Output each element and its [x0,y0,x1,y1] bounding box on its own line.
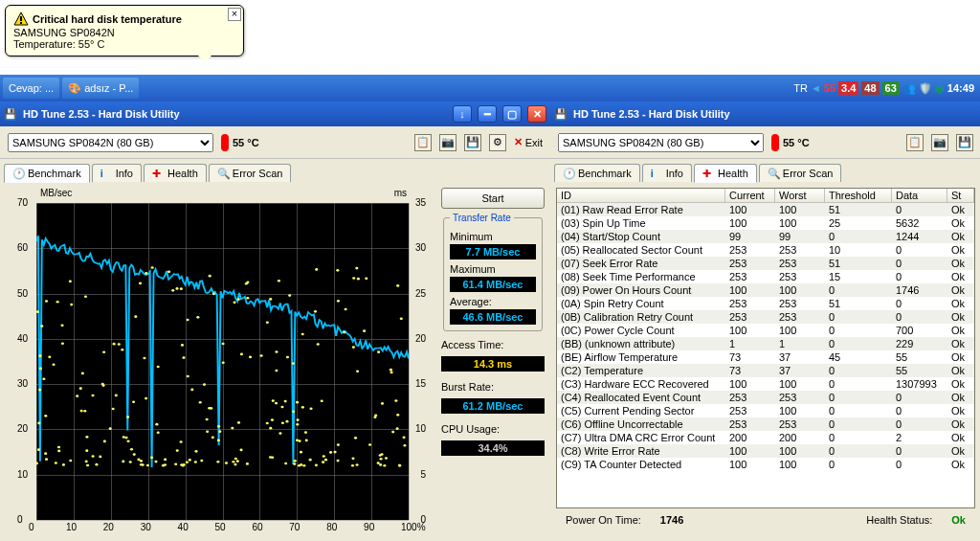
table-row[interactable]: (C5) Current Pending Sector25310000Ok [557,404,974,417]
table-row[interactable]: (BB) (unknown attribute)110229Ok [557,337,974,350]
svg-point-162 [380,458,383,461]
taskbar-item[interactable]: Cevap: ... [3,78,59,99]
svg-point-58 [189,459,191,462]
table-row[interactable]: (03) Spin Up Time100100255632Ok [557,216,974,230]
table-row[interactable]: (01) Raw Read Error Rate100100510Ok [557,203,974,216]
info-button-icon[interactable]: ↓ [453,105,472,123]
svg-point-217 [296,401,299,404]
table-row[interactable]: (C8) Write Error Rate10010000Ok [557,444,974,458]
svg-point-102 [109,427,112,430]
save-icon[interactable]: 💾 [464,134,481,151]
gauge-icon: 🕐 [12,168,24,179]
language-indicator[interactable]: TR [793,82,808,94]
drive-select[interactable]: SAMSUNG SP0842N (80 GB) [8,133,213,152]
exit-button[interactable]: ✕ Exit [514,136,543,148]
col-threshold[interactable]: Threshold [825,189,892,202]
table-row[interactable]: (0B) Calibration Retry Count25325300Ok [557,310,974,324]
screenshot-icon[interactable]: 📷 [439,134,457,151]
svg-point-205 [315,464,318,467]
svg-point-57 [301,333,304,336]
svg-point-149 [296,423,299,426]
col-id[interactable]: ID [557,189,725,202]
table-row[interactable]: (C9) TA Counter Detected10010000Ok [557,458,974,471]
tab-health[interactable]: ✚ Health [694,164,757,183]
tab-benchmark[interactable]: 🕐 Benchmark [554,164,640,182]
table-row[interactable]: (08) Seek Time Performance253253150Ok [557,270,974,283]
svg-point-15 [45,300,48,303]
svg-rect-1 [20,22,22,24]
magnifier-icon: 🔍 [217,168,229,179]
tab-error-scan[interactable]: 🔍 Error Scan [209,164,292,182]
save-icon[interactable]: 💾 [956,134,973,151]
minimize-icon[interactable]: ━ [478,105,497,123]
cpu-usage-label: CPU Usage: [441,423,545,435]
tab-info[interactable]: i Info [92,164,142,182]
svg-point-46 [37,448,40,451]
svg-point-91 [296,418,299,421]
svg-point-142 [83,410,86,413]
svg-point-137 [194,461,197,463]
health-table: ID Current Worst Threshold Data St (01) … [556,188,975,508]
tab-info[interactable]: i Info [642,164,692,182]
table-row[interactable]: (C2) Temperature7337055Ok [557,364,974,377]
copy-icon[interactable]: 📋 [906,134,924,151]
svg-point-12 [246,462,249,465]
temperature-display: 55 °C [221,134,259,151]
svg-point-74 [55,462,57,464]
taskbar-item[interactable]: 🎨 adsız - P... [62,78,139,99]
tab-health[interactable]: ✚ Health [144,164,207,182]
table-row[interactable]: (C6) Offline Uncorrectable25325300Ok [557,417,974,431]
svg-point-6 [122,461,124,463]
col-worst[interactable]: Worst [775,189,825,202]
start-button[interactable]: Start [441,188,545,209]
y-left-axis-title: MB/sec [40,188,72,198]
temperature-display: 55 °C [771,134,810,151]
svg-point-177 [118,343,121,346]
warning-icon [13,11,29,27]
svg-point-129 [126,416,129,418]
benchmark-chart: MB/sec ms 010203040506070051015202530350… [6,188,435,535]
svg-point-159 [70,304,73,306]
options-icon[interactable]: ⚙ [489,134,506,151]
tab-benchmark[interactable]: 🕐 Benchmark [4,164,90,183]
copy-icon[interactable]: 📋 [414,134,432,151]
cpu-usage-value: 34.4% [441,440,545,456]
col-current[interactable]: Current [725,189,775,202]
svg-point-61 [137,459,140,462]
table-row[interactable]: (C7) Ultra DMA CRC Error Count20020002Ok [557,431,974,444]
col-data[interactable]: Data [892,189,947,202]
tab-error-scan[interactable]: 🔍 Error Scan [759,164,842,182]
table-row[interactable]: (0A) Spin Retry Count253253510Ok [557,297,974,310]
info-icon: i [651,168,662,179]
average-value: 46.6 MB/sec [450,309,536,325]
exit-icon: ✕ [514,136,523,148]
svg-point-63 [102,350,105,353]
table-row[interactable]: (05) Reallocated Sector Count253253100Ok [557,243,974,257]
balloon-close-icon[interactable]: × [228,8,241,21]
svg-point-95 [180,440,183,443]
table-row[interactable]: (04) Start/Stop Count999901244Ok [557,230,974,243]
svg-point-165 [142,463,145,466]
table-row[interactable]: (C4) Reallocated Event Count25325300Ok [557,391,974,404]
table-row[interactable]: (09) Power On Hours Count10010001746Ok [557,283,974,297]
minimum-value: 7.7 MB/sec [450,244,536,259]
svg-point-24 [336,460,339,462]
thermometer-icon [771,134,779,151]
table-row[interactable]: (0C) Power Cycle Count1001000700Ok [557,324,974,337]
screenshot-icon[interactable]: 📷 [931,134,948,151]
table-row[interactable]: (BE) Airflow Temperature73374555Ok [557,350,974,364]
y-right-axis-title: ms [394,188,407,198]
table-row[interactable]: (C3) Hardware ECC Recovered1001000130799… [557,377,974,391]
tray-icon: ◎ [935,82,945,95]
maximize-icon[interactable]: ▢ [502,105,522,123]
svg-point-189 [315,268,318,271]
svg-point-64 [62,463,65,466]
col-status[interactable]: St [947,189,974,202]
svg-point-36 [81,372,84,375]
svg-point-30 [322,461,324,463]
svg-point-87 [112,408,115,411]
drive-select[interactable]: SAMSUNG SP0842N (80 GB) [558,133,764,152]
table-row[interactable]: (07) Seek Error Rate253253510Ok [557,257,974,270]
access-time-label: Access Time: [441,339,545,350]
close-icon[interactable]: ✕ [527,105,546,123]
